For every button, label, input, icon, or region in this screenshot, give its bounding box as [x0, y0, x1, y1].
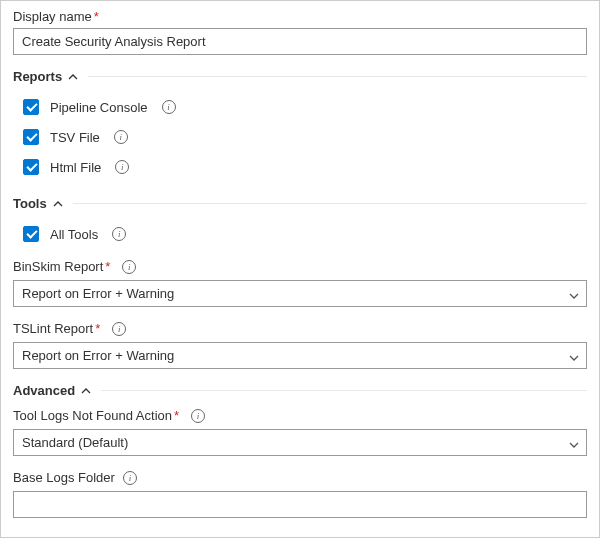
reports-item-html-file: Html File i [13, 152, 587, 182]
html-file-checkbox[interactable] [23, 159, 39, 175]
notfound-select[interactable]: Standard (Default) [13, 429, 587, 456]
baselogs-label: Base Logs Folder [13, 470, 115, 485]
chevron-up-icon [53, 199, 63, 209]
advanced-section-title: Advanced [13, 383, 75, 398]
info-icon[interactable]: i [115, 160, 129, 174]
info-icon[interactable]: i [123, 471, 137, 485]
tools-section-title: Tools [13, 196, 47, 211]
baselogs-label-row: Base Logs Folder i [13, 470, 587, 485]
tslint-select-wrap: Report on Error + Warning [13, 342, 587, 369]
display-name-label: Display name* [13, 9, 587, 24]
info-icon[interactable]: i [162, 100, 176, 114]
display-name-input[interactable] [13, 28, 587, 55]
display-name-label-text: Display name [13, 9, 92, 24]
section-divider [101, 390, 587, 391]
notfound-label: Tool Logs Not Found Action [13, 408, 172, 423]
notfound-label-row: Tool Logs Not Found Action* i [13, 408, 587, 423]
pipeline-console-label: Pipeline Console [50, 100, 148, 115]
all-tools-checkbox[interactable] [23, 226, 39, 242]
chevron-up-icon [68, 72, 78, 82]
tslint-label: TSLint Report [13, 321, 93, 336]
baselogs-input[interactable] [13, 491, 587, 518]
info-icon[interactable]: i [112, 322, 126, 336]
html-file-label: Html File [50, 160, 101, 175]
tools-section-header[interactable]: Tools [13, 196, 587, 211]
tsv-file-checkbox[interactable] [23, 129, 39, 145]
task-config-panel: Display name* Reports Pipeline Console i… [0, 0, 600, 538]
info-icon[interactable]: i [112, 227, 126, 241]
tools-item-all-tools: All Tools i [13, 219, 587, 249]
reports-item-pipeline-console: Pipeline Console i [13, 92, 587, 122]
binskim-label-row: BinSkim Report* i [13, 259, 587, 274]
section-divider [73, 203, 587, 204]
tslint-label-row: TSLint Report* i [13, 321, 587, 336]
info-icon[interactable]: i [122, 260, 136, 274]
reports-section-header[interactable]: Reports [13, 69, 587, 84]
info-icon[interactable]: i [114, 130, 128, 144]
all-tools-label: All Tools [50, 227, 98, 242]
advanced-section-header[interactable]: Advanced [13, 383, 587, 398]
reports-item-tsv-file: TSV File i [13, 122, 587, 152]
notfound-select-wrap: Standard (Default) [13, 429, 587, 456]
binskim-label: BinSkim Report [13, 259, 103, 274]
chevron-up-icon [81, 386, 91, 396]
tsv-file-label: TSV File [50, 130, 100, 145]
pipeline-console-checkbox[interactable] [23, 99, 39, 115]
required-asterisk: * [94, 9, 99, 24]
reports-section-title: Reports [13, 69, 62, 84]
required-asterisk: * [105, 259, 110, 274]
section-divider [88, 76, 587, 77]
required-asterisk: * [95, 321, 100, 336]
binskim-select-wrap: Report on Error + Warning [13, 280, 587, 307]
tslint-select[interactable]: Report on Error + Warning [13, 342, 587, 369]
binskim-select[interactable]: Report on Error + Warning [13, 280, 587, 307]
required-asterisk: * [174, 408, 179, 423]
info-icon[interactable]: i [191, 409, 205, 423]
